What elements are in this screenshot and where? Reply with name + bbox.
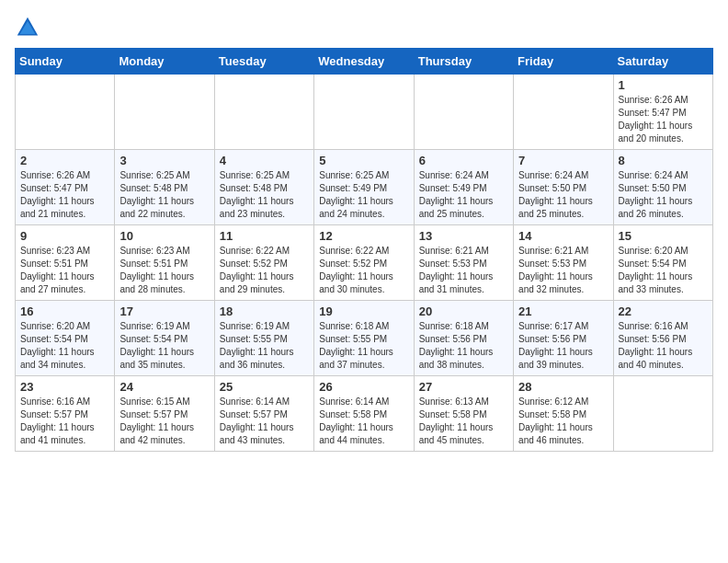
day-number: 10 bbox=[119, 229, 209, 243]
calendar-cell: 16Sunrise: 6:20 AM Sunset: 5:54 PM Dayli… bbox=[16, 301, 115, 376]
calendar-header-monday: Monday bbox=[115, 49, 214, 75]
calendar-cell: 3Sunrise: 6:25 AM Sunset: 5:48 PM Daylig… bbox=[115, 150, 214, 225]
day-info: Sunrise: 6:21 AM Sunset: 5:53 PM Dayligh… bbox=[518, 245, 608, 296]
calendar-cell bbox=[314, 75, 414, 150]
calendar-cell: 22Sunrise: 6:16 AM Sunset: 5:56 PM Dayli… bbox=[613, 301, 712, 376]
day-number: 2 bbox=[20, 154, 109, 167]
calendar-cell: 7Sunrise: 6:24 AM Sunset: 5:50 PM Daylig… bbox=[514, 150, 613, 225]
page-header bbox=[15, 15, 713, 40]
calendar-week-3: 9Sunrise: 6:23 AM Sunset: 5:51 PM Daylig… bbox=[16, 225, 713, 301]
day-number: 12 bbox=[319, 229, 408, 243]
day-info: Sunrise: 6:21 AM Sunset: 5:53 PM Dayligh… bbox=[419, 245, 508, 296]
calendar-cell bbox=[414, 75, 513, 150]
calendar-header-saturday: Saturday bbox=[613, 49, 712, 75]
day-info: Sunrise: 6:14 AM Sunset: 5:57 PM Dayligh… bbox=[220, 396, 309, 447]
calendar-week-5: 23Sunrise: 6:16 AM Sunset: 5:57 PM Dayli… bbox=[16, 376, 713, 452]
day-number: 24 bbox=[119, 380, 209, 394]
calendar-cell: 15Sunrise: 6:20 AM Sunset: 5:54 PM Dayli… bbox=[613, 225, 712, 301]
calendar-cell bbox=[613, 376, 712, 452]
calendar-table: SundayMondayTuesdayWednesdayThursdayFrid… bbox=[15, 48, 713, 452]
calendar-cell: 6Sunrise: 6:24 AM Sunset: 5:49 PM Daylig… bbox=[414, 150, 513, 225]
calendar-cell: 14Sunrise: 6:21 AM Sunset: 5:53 PM Dayli… bbox=[514, 225, 613, 301]
logo bbox=[15, 15, 44, 40]
calendar-cell: 12Sunrise: 6:22 AM Sunset: 5:52 PM Dayli… bbox=[314, 225, 414, 301]
day-info: Sunrise: 6:24 AM Sunset: 5:50 PM Dayligh… bbox=[619, 169, 708, 221]
calendar-cell bbox=[514, 75, 613, 150]
day-number: 7 bbox=[518, 154, 608, 167]
calendar-cell: 28Sunrise: 6:12 AM Sunset: 5:58 PM Dayli… bbox=[514, 376, 613, 452]
calendar-cell: 13Sunrise: 6:21 AM Sunset: 5:53 PM Dayli… bbox=[414, 225, 513, 301]
calendar-cell: 27Sunrise: 6:13 AM Sunset: 5:58 PM Dayli… bbox=[414, 376, 513, 452]
day-info: Sunrise: 6:24 AM Sunset: 5:49 PM Dayligh… bbox=[419, 169, 508, 221]
day-number: 5 bbox=[319, 154, 408, 167]
calendar-header-sunday: Sunday bbox=[16, 49, 115, 75]
day-info: Sunrise: 6:25 AM Sunset: 5:48 PM Dayligh… bbox=[119, 169, 209, 221]
day-info: Sunrise: 6:25 AM Sunset: 5:48 PM Dayligh… bbox=[220, 169, 309, 221]
calendar-cell: 9Sunrise: 6:23 AM Sunset: 5:51 PM Daylig… bbox=[16, 225, 115, 301]
day-info: Sunrise: 6:13 AM Sunset: 5:58 PM Dayligh… bbox=[419, 396, 508, 447]
day-number: 6 bbox=[419, 154, 508, 167]
calendar-cell: 23Sunrise: 6:16 AM Sunset: 5:57 PM Dayli… bbox=[16, 376, 115, 452]
calendar-cell: 19Sunrise: 6:18 AM Sunset: 5:55 PM Dayli… bbox=[314, 301, 414, 376]
day-number: 23 bbox=[20, 380, 109, 394]
day-info: Sunrise: 6:26 AM Sunset: 5:47 PM Dayligh… bbox=[20, 169, 109, 221]
day-info: Sunrise: 6:12 AM Sunset: 5:58 PM Dayligh… bbox=[518, 396, 608, 447]
day-info: Sunrise: 6:24 AM Sunset: 5:50 PM Dayligh… bbox=[518, 169, 608, 221]
day-number: 17 bbox=[119, 304, 209, 318]
logo-icon bbox=[15, 15, 40, 40]
day-number: 28 bbox=[518, 380, 608, 394]
day-number: 13 bbox=[419, 229, 508, 243]
day-info: Sunrise: 6:23 AM Sunset: 5:51 PM Dayligh… bbox=[119, 245, 209, 296]
day-number: 26 bbox=[319, 380, 408, 394]
day-number: 3 bbox=[119, 154, 209, 167]
day-info: Sunrise: 6:26 AM Sunset: 5:47 PM Dayligh… bbox=[619, 94, 708, 145]
calendar-cell: 2Sunrise: 6:26 AM Sunset: 5:47 PM Daylig… bbox=[16, 150, 115, 225]
day-number: 9 bbox=[20, 229, 109, 243]
calendar-cell: 10Sunrise: 6:23 AM Sunset: 5:51 PM Dayli… bbox=[115, 225, 214, 301]
day-info: Sunrise: 6:17 AM Sunset: 5:56 PM Dayligh… bbox=[518, 320, 608, 372]
day-number: 21 bbox=[518, 304, 608, 318]
calendar-cell: 20Sunrise: 6:18 AM Sunset: 5:56 PM Dayli… bbox=[414, 301, 513, 376]
day-info: Sunrise: 6:18 AM Sunset: 5:56 PM Dayligh… bbox=[419, 320, 508, 372]
calendar-week-4: 16Sunrise: 6:20 AM Sunset: 5:54 PM Dayli… bbox=[16, 301, 713, 376]
day-number: 15 bbox=[619, 229, 708, 243]
day-number: 8 bbox=[619, 154, 708, 167]
calendar-cell: 24Sunrise: 6:15 AM Sunset: 5:57 PM Dayli… bbox=[115, 376, 214, 452]
day-info: Sunrise: 6:22 AM Sunset: 5:52 PM Dayligh… bbox=[220, 245, 309, 296]
day-info: Sunrise: 6:19 AM Sunset: 5:54 PM Dayligh… bbox=[119, 320, 209, 372]
day-number: 11 bbox=[220, 229, 309, 243]
day-number: 1 bbox=[619, 78, 708, 92]
day-number: 18 bbox=[220, 304, 309, 318]
day-info: Sunrise: 6:20 AM Sunset: 5:54 PM Dayligh… bbox=[20, 320, 109, 372]
calendar-header-friday: Friday bbox=[514, 49, 613, 75]
calendar-cell: 26Sunrise: 6:14 AM Sunset: 5:58 PM Dayli… bbox=[314, 376, 414, 452]
day-info: Sunrise: 6:15 AM Sunset: 5:57 PM Dayligh… bbox=[119, 396, 209, 447]
day-info: Sunrise: 6:25 AM Sunset: 5:49 PM Dayligh… bbox=[319, 169, 408, 221]
calendar-cell bbox=[115, 75, 214, 150]
calendar-cell: 21Sunrise: 6:17 AM Sunset: 5:56 PM Dayli… bbox=[514, 301, 613, 376]
calendar-cell bbox=[214, 75, 313, 150]
calendar-cell: 18Sunrise: 6:19 AM Sunset: 5:55 PM Dayli… bbox=[214, 301, 313, 376]
calendar-header-tuesday: Tuesday bbox=[214, 49, 313, 75]
day-info: Sunrise: 6:20 AM Sunset: 5:54 PM Dayligh… bbox=[619, 245, 708, 296]
day-info: Sunrise: 6:14 AM Sunset: 5:58 PM Dayligh… bbox=[319, 396, 408, 447]
calendar-header-row: SundayMondayTuesdayWednesdayThursdayFrid… bbox=[16, 49, 713, 75]
calendar-cell: 4Sunrise: 6:25 AM Sunset: 5:48 PM Daylig… bbox=[214, 150, 313, 225]
calendar-week-1: 1Sunrise: 6:26 AM Sunset: 5:47 PM Daylig… bbox=[16, 75, 713, 150]
calendar-cell: 8Sunrise: 6:24 AM Sunset: 5:50 PM Daylig… bbox=[613, 150, 712, 225]
calendar-cell: 11Sunrise: 6:22 AM Sunset: 5:52 PM Dayli… bbox=[214, 225, 313, 301]
day-number: 22 bbox=[619, 304, 708, 318]
calendar-cell: 25Sunrise: 6:14 AM Sunset: 5:57 PM Dayli… bbox=[214, 376, 313, 452]
calendar-cell bbox=[16, 75, 115, 150]
day-info: Sunrise: 6:19 AM Sunset: 5:55 PM Dayligh… bbox=[220, 320, 309, 372]
day-info: Sunrise: 6:16 AM Sunset: 5:57 PM Dayligh… bbox=[20, 396, 109, 447]
day-info: Sunrise: 6:18 AM Sunset: 5:55 PM Dayligh… bbox=[319, 320, 408, 372]
calendar-cell: 17Sunrise: 6:19 AM Sunset: 5:54 PM Dayli… bbox=[115, 301, 214, 376]
calendar-cell: 5Sunrise: 6:25 AM Sunset: 5:49 PM Daylig… bbox=[314, 150, 414, 225]
calendar-cell: 1Sunrise: 6:26 AM Sunset: 5:47 PM Daylig… bbox=[613, 75, 712, 150]
day-info: Sunrise: 6:22 AM Sunset: 5:52 PM Dayligh… bbox=[319, 245, 408, 296]
day-info: Sunrise: 6:23 AM Sunset: 5:51 PM Dayligh… bbox=[20, 245, 109, 296]
day-info: Sunrise: 6:16 AM Sunset: 5:56 PM Dayligh… bbox=[619, 320, 708, 372]
day-number: 4 bbox=[220, 154, 309, 167]
day-number: 27 bbox=[419, 380, 508, 394]
